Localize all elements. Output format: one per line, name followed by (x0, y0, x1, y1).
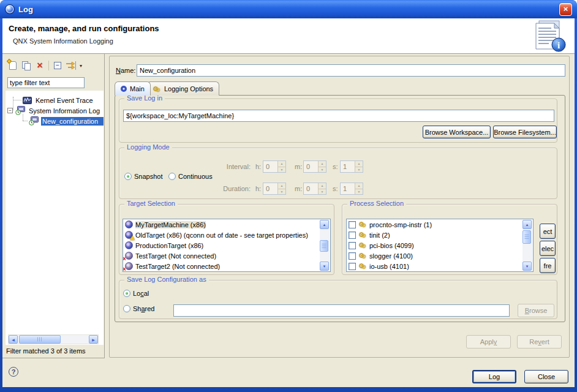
target-row-productiontarget[interactable]: ProductionTarget (x86) (123, 240, 330, 251)
target-row-testtarget2[interactable]: × TestTarget2 (Not connected) (123, 261, 330, 271)
scrollbar-thumb[interactable] (19, 335, 61, 344)
spin-down-icon: ▼ (355, 189, 363, 195)
save-log-configuration-group: Save Log Configuration as Local Shared B… (119, 280, 557, 319)
scroll-up-button[interactable]: ▲ (320, 220, 329, 229)
tree-item-system-information-log[interactable]: − System Information Log (6, 105, 104, 116)
scroll-right-button[interactable]: ▶ (89, 335, 98, 344)
interval-seconds-spinner: 1 ▲▼ (340, 160, 363, 173)
snapshot-radio[interactable]: Snapshot (124, 173, 162, 180)
spin-down-icon: ▼ (278, 167, 285, 173)
target-disconnected-icon: × (125, 252, 133, 260)
process-row-io-usb[interactable]: ⚙⚙ io-usb (4101) (347, 261, 533, 271)
tree-item-kernel-event-trace[interactable]: Kernel Event Trace (6, 95, 104, 105)
close-button[interactable]: Close (524, 370, 568, 383)
close-window-button[interactable]: × (559, 3, 572, 16)
group-title: Save Log Configuration as (124, 276, 209, 283)
tab-logging-options[interactable]: ⚙⚙ Logging Options (146, 81, 219, 96)
dropdown-caret-icon: ▾ (80, 63, 82, 69)
apply-button: Apply (466, 335, 511, 349)
banner: Create, manage, and run configurations Q… (2, 18, 575, 54)
process-icon: ⚙⚙ (358, 231, 367, 239)
scroll-up-button[interactable]: ▲ (522, 220, 532, 229)
local-radio[interactable]: Local (123, 290, 149, 297)
process-checkbox[interactable] (349, 221, 356, 228)
radio-icon (124, 173, 132, 180)
toolbar-separator (48, 61, 49, 70)
save-log-path-input[interactable] (123, 110, 554, 122)
seconds-label: s: (333, 185, 338, 192)
system-information-log-icon (15, 106, 25, 115)
interval-label: Interval: (213, 163, 251, 170)
help-button[interactable]: ? (9, 367, 18, 377)
target-disconnected-icon: × (125, 262, 133, 270)
process-checkbox[interactable] (349, 242, 356, 249)
filter-launch-configurations-button[interactable] (64, 59, 78, 72)
select-all-button-clipped[interactable]: ect (540, 224, 556, 239)
scrollbar-thumb[interactable] (320, 240, 328, 252)
scroll-left-icon: ◀ (12, 337, 15, 342)
titlebar[interactable]: Log × (0, 0, 577, 18)
target-list-scrollbar[interactable]: ▲ ▼ (320, 220, 330, 271)
scroll-left-button[interactable]: ◀ (9, 335, 18, 344)
spin-up-icon: ▲ (355, 183, 363, 189)
duplicate-configuration-button[interactable] (20, 59, 33, 72)
target-row-testtarget[interactable]: × TestTarget (Not connected) (123, 251, 330, 261)
filter-menu-dropdown[interactable]: ▾ (78, 59, 84, 72)
configurations-sidebar: × − ▾ (2, 54, 105, 358)
process-row-slogger[interactable]: ⚙⚙ slogger (4100) (347, 251, 533, 261)
process-icon: ⚙⚙ (358, 262, 367, 270)
scroll-down-button[interactable]: ▼ (522, 262, 532, 271)
browse-workspace-button[interactable]: Browse Workspace... (423, 126, 491, 138)
process-row-tinit[interactable]: ⚙⚙ tinit (2) (347, 230, 533, 240)
target-row-mytargetmachine[interactable]: MyTargetMachine (x86) (123, 219, 330, 230)
delete-configuration-button[interactable]: × (33, 59, 47, 72)
group-title: Target Selection (124, 200, 178, 207)
target-row-oldtarget[interactable]: OldTarget (x86) (qconn out of date - see… (123, 230, 330, 240)
browse-shared-button: Browse (518, 304, 554, 317)
close-icon: × (564, 4, 568, 13)
deselect-all-button-clipped[interactable]: elec (540, 241, 556, 256)
log-document-icon: i (533, 20, 567, 54)
log-button[interactable]: Log (472, 370, 516, 383)
shared-location-input[interactable] (173, 304, 510, 317)
target-list: MyTargetMachine (x86) OldTarget (x86) (q… (123, 219, 331, 272)
shared-radio[interactable]: Shared (123, 305, 155, 312)
process-selection-group: Process Selection ⚙⚙ procnto-smp-instr (… (342, 204, 557, 275)
spin-down-icon: ▼ (278, 189, 285, 195)
duration-minutes-spinner: 0 ▲▼ (303, 183, 326, 195)
continuous-radio[interactable]: Continuous (168, 173, 213, 180)
refresh-button-clipped[interactable]: fre (540, 258, 556, 273)
configurations-tree: Kernel Event Trace − System Information … (6, 91, 104, 345)
collapse-expander[interactable]: − (7, 108, 13, 113)
duration-seconds-spinner: 1 ▲▼ (340, 183, 363, 195)
hours-label: h: (255, 185, 261, 192)
tab-main[interactable]: Main (115, 81, 151, 96)
process-list-scrollbar[interactable]: ▲ ▼ (522, 220, 532, 271)
configuration-name-input[interactable] (137, 64, 565, 77)
process-checkbox[interactable] (349, 252, 356, 260)
radio-icon (123, 290, 130, 297)
button-bar: ? Log Close (2, 358, 575, 387)
process-checkbox[interactable] (349, 263, 356, 270)
filter-input[interactable] (7, 77, 85, 88)
configuration-editor: Name: Main ⚙⚙ Logging Options Save Log i… (109, 56, 570, 358)
spin-up-icon: ▲ (355, 161, 363, 167)
dialog-client-area: Create, manage, and run configurations Q… (2, 18, 575, 387)
tree-item-new-configuration[interactable]: New_configuration (6, 116, 104, 126)
delete-icon: × (37, 61, 42, 70)
process-row-procnto[interactable]: ⚙⚙ procnto-smp-instr (1) (347, 219, 533, 230)
target-selection-group: Target Selection MyTargetMachine (x86) O… (119, 204, 334, 275)
duration-label: Duration: (213, 185, 251, 192)
minutes-label: m: (295, 185, 302, 192)
scrollbar-thumb[interactable] (522, 230, 531, 244)
browse-filesystem-button[interactable]: Browse Filesystem... (493, 126, 557, 138)
scroll-down-button[interactable]: ▼ (320, 262, 329, 271)
target-connected-icon (125, 221, 133, 228)
tree-horizontal-scrollbar[interactable]: ◀ ▶ (8, 334, 99, 344)
new-configuration-button[interactable] (6, 59, 20, 72)
process-checkbox[interactable] (349, 232, 356, 239)
save-log-in-group: Save Log in Browse Workspace... Browse F… (119, 99, 557, 143)
process-row-pci-bios[interactable]: ⚙⚙ pci-bios (4099) (347, 240, 533, 251)
collapse-all-button[interactable]: − (51, 59, 64, 72)
group-title: Process Selection (347, 200, 406, 207)
